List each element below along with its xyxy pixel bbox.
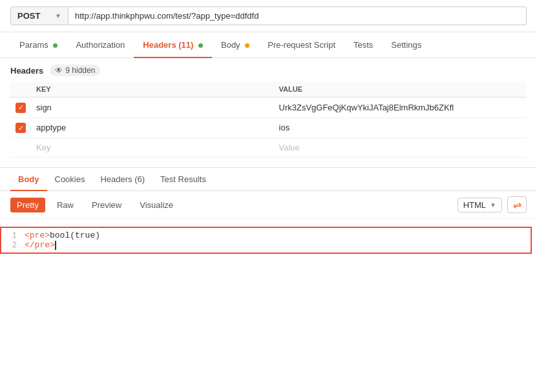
row2-key[interactable]: apptype [31, 118, 274, 138]
headers-dot [198, 43, 203, 48]
url-bar: POST ▼ [0, 0, 537, 32]
code-line-1: 1 <pre>bool(true) [1, 231, 531, 240]
code-line-2: 2 </pre> [1, 240, 531, 250]
placeholder-key[interactable]: Key [31, 138, 274, 158]
url-input[interactable] [68, 6, 527, 25]
row2-checkbox[interactable]: ✓ [16, 123, 26, 133]
line-number-2: 2 [1, 241, 25, 250]
method-select[interactable]: POST ▼ [10, 6, 68, 25]
table-row: ✓ apptype ios [10, 118, 527, 138]
row2-checkbox-cell: ✓ [10, 118, 31, 138]
row1-checkbox-cell: ✓ [10, 98, 31, 118]
body-dot [245, 43, 249, 48]
hidden-count: 9 hidden [65, 66, 95, 75]
code-content-2: </pre> [25, 240, 56, 250]
placeholder-row: Key Value [10, 138, 527, 158]
resp-tab-cookies[interactable]: Cookies [47, 168, 93, 191]
format-type-arrow: ▼ [490, 201, 496, 209]
row2-value[interactable]: ios [274, 118, 527, 138]
response-section: Body Cookies Headers (6) Test Results Pr… [0, 168, 537, 262]
method-arrow: ▼ [55, 12, 61, 19]
code-bool-true: bool(true) [50, 231, 100, 240]
method-label: POST [17, 11, 40, 21]
format-raw-button[interactable]: Raw [50, 198, 80, 212]
resp-tab-cookies-label: Cookies [55, 174, 85, 184]
key-col-header: KEY [31, 81, 274, 98]
tab-headers[interactable]: Headers (11) [134, 32, 212, 57]
resp-tab-headers6[interactable]: Headers (6) [92, 168, 153, 191]
line-number-1: 1 [1, 231, 25, 240]
wrap-icon: ⇌ [513, 199, 521, 211]
tag-pre-open: <pre> [25, 231, 50, 240]
tab-authorization[interactable]: Authorization [67, 32, 134, 57]
format-type-value: HTML [463, 200, 486, 210]
resp-tab-body-label: Body [18, 174, 39, 184]
code-content-1: <pre>bool(true) [25, 231, 100, 240]
row1-checkbox[interactable]: ✓ [16, 103, 26, 113]
headers-label: Headers [10, 66, 43, 76]
checkbox-col-header [10, 81, 31, 98]
tag-pre-close: </pre> [25, 240, 55, 250]
tab-settings[interactable]: Settings [382, 32, 430, 57]
table-row: ✓ sign Urk3ZsVgGFeQjKqwYkiJATaj8ElmRkmJb… [10, 98, 527, 118]
headers-label-row: Headers 👁 9 hidden [10, 65, 527, 76]
eye-icon: 👁 [55, 66, 63, 75]
wrap-button[interactable]: ⇌ [507, 196, 527, 213]
row1-key[interactable]: sign [31, 98, 274, 118]
tab-body[interactable]: Body [212, 32, 258, 57]
response-tab-bar: Body Cookies Headers (6) Test Results [0, 168, 537, 191]
code-area: 1 <pre>bool(true) 2 </pre> [0, 219, 537, 262]
headers-table: KEY VALUE ✓ sign Urk3ZsVgGFeQjKqwYkiJATa… [10, 81, 527, 158]
resp-tab-body[interactable]: Body [10, 168, 47, 191]
params-dot [53, 43, 58, 48]
tab-body-label: Body [221, 40, 240, 50]
tab-prerequest[interactable]: Pre-request Script [258, 32, 344, 57]
tab-params[interactable]: Params [10, 32, 67, 57]
hidden-badge[interactable]: 👁 9 hidden [50, 65, 100, 76]
tab-headers-label: Headers (11) [143, 40, 193, 50]
tab-params-label: Params [19, 40, 48, 50]
text-cursor [55, 241, 56, 250]
value-col-header: VALUE [274, 81, 527, 98]
headers-section: Headers 👁 9 hidden KEY VALUE ✓ sign Urk3… [0, 58, 537, 158]
tab-tests[interactable]: Tests [344, 32, 382, 57]
placeholder-checkbox-cell [10, 138, 31, 158]
format-visualize-button[interactable]: Visualize [133, 198, 180, 212]
placeholder-value[interactable]: Value [274, 138, 527, 158]
format-pretty-button[interactable]: Pretty [10, 198, 45, 212]
tab-prerequest-label: Pre-request Script [268, 40, 335, 50]
row1-value[interactable]: Urk3ZsVgGFeQjKqwYkiJATaj8ElmRkmJb6ZKfl [274, 98, 527, 118]
format-preview-button[interactable]: Preview [85, 198, 128, 212]
tab-settings-label: Settings [391, 40, 421, 50]
resp-tab-testresults[interactable]: Test Results [153, 168, 214, 191]
tab-tests-label: Tests [353, 40, 373, 50]
code-highlight-box: 1 <pre>bool(true) 2 </pre> [0, 227, 532, 254]
request-tab-bar: Params Authorization Headers (11) Body P… [0, 32, 537, 58]
resp-tab-testresults-label: Test Results [160, 174, 206, 184]
format-bar: Pretty Raw Preview Visualize HTML ▼ ⇌ [0, 191, 537, 219]
resp-tab-headers6-label: Headers (6) [100, 174, 145, 184]
tab-authorization-label: Authorization [76, 40, 125, 50]
format-type-select[interactable]: HTML ▼ [458, 198, 502, 212]
